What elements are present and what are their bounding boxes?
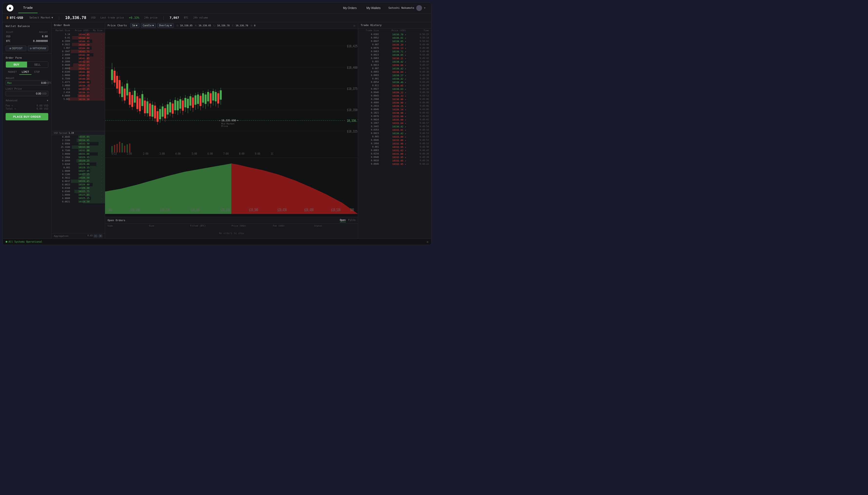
- settings-gear-icon[interactable]: ⚙: [427, 240, 428, 244]
- buy-tab[interactable]: BUY: [6, 62, 27, 67]
- advanced-toggle[interactable]: Advanced ▼: [5, 98, 48, 103]
- trade-size: 0.005: [361, 135, 379, 138]
- trade-time: 9:49:20: [406, 81, 429, 83]
- trade-time: 9:48:24: [406, 159, 429, 162]
- nav-tab-trade[interactable]: Trade: [18, 3, 37, 13]
- status-bar: All Systems Operational ⚙: [3, 238, 431, 245]
- sell-tab[interactable]: SELL: [27, 62, 48, 67]
- limit-tab[interactable]: LIMIT: [19, 70, 31, 75]
- bid-row[interactable]: 1.0000 10327.95 -: [51, 169, 105, 173]
- bid-row[interactable]: 0.4045 10335.05 -: [51, 135, 105, 139]
- ask-row[interactable]: 2.0000 10342.90 -: [51, 53, 105, 56]
- ask-row[interactable]: 2.0000 10341.95 -: [51, 67, 105, 70]
- trade-size: 0.0463: [361, 50, 379, 53]
- usd-amount: 0.00: [20, 34, 48, 38]
- withdraw-button[interactable]: ⊖ WITHDRAW: [28, 46, 49, 51]
- bid-row[interactable]: 0.0023 10326.40 -: [51, 183, 105, 186]
- svg-rect-84: [190, 96, 192, 105]
- ask-row[interactable]: 0.132 10337.35 -: [51, 87, 105, 91]
- chart-type-selector[interactable]: Candle ▼: [141, 23, 156, 28]
- bid-row[interactable]: 0.0021 10324.50 -: [51, 200, 105, 203]
- market-size-col: Market Size: [54, 29, 70, 32]
- ask-size: 1.007: [54, 47, 70, 49]
- ask-row[interactable]: 1.0000 10340.65 -: [51, 73, 105, 77]
- trade-row: 0.1667 10333.60 ↗ 9:48:57: [358, 121, 431, 125]
- svg-rect-58: [157, 111, 159, 122]
- bid-row[interactable]: 0.0500 10325.75 -: [51, 190, 105, 193]
- bid-row[interactable]: 0.0999 10329.25 -: [51, 159, 105, 163]
- bid-row[interactable]: 25.3100 10333.00 -: [51, 146, 105, 149]
- bid-row[interactable]: 0.0984 10333.50 -: [51, 142, 105, 146]
- trade-row: 0.0463 10336.21 ↗ 9:49:42: [358, 56, 431, 60]
- market-tab[interactable]: MARKET: [5, 70, 19, 75]
- bid-row[interactable]: 1.0000 10325.45 -: [51, 193, 105, 197]
- trade-price: 10336.66 ↗: [379, 64, 406, 67]
- trade-price: 10333.00 ↗: [379, 139, 406, 141]
- bid-row[interactable]: 0.1100 10327.25 -: [51, 173, 105, 176]
- amount-input[interactable]: [13, 81, 46, 84]
- bid-row[interactable]: 3.0000 10331.00 -: [51, 152, 105, 156]
- ask-row[interactable]: 0.1100 10342.85 -: [51, 56, 105, 60]
- bid-row[interactable]: 6.0000 10325.25 -: [51, 197, 105, 200]
- svg-rect-66: [167, 104, 169, 115]
- bid-row[interactable]: 0.001 10328.15 -: [51, 166, 105, 169]
- my-size-col: My Size: [89, 29, 102, 32]
- select-market-btn[interactable]: Select Market ▼: [30, 16, 53, 19]
- ask-row[interactable]: 0.2000 10342.65 -: [51, 60, 105, 63]
- left-panel: Wallet Balance Asset Amount USD 0.00: [3, 22, 51, 238]
- ask-row[interactable]: 0.6100 10341.80 -: [51, 70, 105, 73]
- bid-row[interactable]: 1.2904 10329.35 -: [51, 156, 105, 159]
- ask-row[interactable]: 0.2999 10344.35 -: [51, 39, 105, 43]
- bid-row[interactable]: 2.5100 10334.95 -: [51, 139, 105, 142]
- timeframe-selector[interactable]: 5m ▼: [130, 23, 139, 28]
- ask-row[interactable]: 0.0688 10342.15 -: [51, 63, 105, 67]
- ask-row[interactable]: 1.4371 10340.00 -: [51, 80, 105, 84]
- overlay-selector[interactable]: Overlay ▼: [157, 23, 174, 28]
- bid-row[interactable]: 0.3022 10326.50 -: [51, 176, 105, 180]
- svg-rect-22: [111, 69, 113, 80]
- trade-history-header: Trade History: [358, 22, 431, 29]
- chart-expand-icon[interactable]: ▷: [354, 24, 356, 27]
- agg-plus-button[interactable]: +: [98, 234, 102, 238]
- ask-row[interactable]: 0.7599 10340.35 -: [51, 77, 105, 80]
- ask-row[interactable]: 3.14 10344.45 -: [51, 33, 105, 36]
- deposit-button[interactable]: ⊕ DEPOSIT: [5, 46, 26, 51]
- trade-size: 0.0027: [361, 88, 379, 90]
- fills-tab[interactable]: Fills: [348, 218, 356, 222]
- place-order-button[interactable]: PLACE BUY ORDER: [5, 113, 48, 120]
- ask-size: 0.01: [54, 36, 70, 39]
- bid-row[interactable]: 0.0037 10326.45 -: [51, 180, 105, 183]
- agg-minus-button[interactable]: −: [94, 234, 98, 238]
- open-tab[interactable]: Open: [340, 218, 346, 222]
- ask-row[interactable]: 0.01 10344.40 -: [51, 36, 105, 39]
- user-area[interactable]: Satoshi Nakamoto ▼: [387, 4, 427, 12]
- trade-time: 9:49:35: [406, 67, 429, 70]
- trade-row: 0.0093 10336.69 ↗ 9:49:30: [358, 70, 431, 73]
- stop-tab[interactable]: STOP: [31, 70, 42, 75]
- ask-row[interactable]: 2.414 10336.55 -: [51, 91, 105, 94]
- chart-area[interactable]: $10,425 $10,400 $10,375 $10,350 10,336.7…: [105, 29, 358, 217]
- bid-size: 0.6168: [54, 187, 70, 189]
- bid-row[interactable]: 0.6168 10326.30 -: [51, 186, 105, 190]
- limit-price-input[interactable]: [7, 92, 41, 95]
- ask-price: 10340.00: [70, 81, 89, 84]
- ask-row[interactable]: 5.601 10336.30 -: [51, 98, 105, 101]
- trade-size: 0.0024: [361, 118, 379, 121]
- trade-row: 0.0023 10336.42 ↗ 9:48:53: [358, 132, 431, 135]
- app-logo[interactable]: ●: [6, 5, 13, 12]
- ask-row[interactable]: 0.0000 10336.45 -: [51, 94, 105, 98]
- order-form-section: Order Form BUY SELL MARKET LIMIT STOP Am…: [3, 54, 51, 123]
- ask-row[interactable]: 1.007 10344.00 -: [51, 46, 105, 50]
- svg-text:10,336.78: 10,336.78: [347, 119, 358, 122]
- trade-row: 0.0047 10338.05 ↗ 9:50:02: [358, 39, 431, 43]
- ask-row[interactable]: 0.1047 10343.75 -: [51, 50, 105, 53]
- max-link[interactable]: Max: [7, 82, 12, 84]
- bid-price: 10331.00: [70, 153, 89, 155]
- bid-row[interactable]: 3.0268 10329.00 -: [51, 163, 105, 166]
- bid-row[interactable]: 0.7599 10332.90 -: [51, 149, 105, 152]
- my-wallets-button[interactable]: My Wallets: [363, 5, 384, 11]
- my-orders-button[interactable]: My Orders: [339, 5, 361, 11]
- trade-price: 10332.95 ↗: [379, 146, 406, 148]
- ask-row[interactable]: 0.5922 10344.30 -: [51, 43, 105, 46]
- ask-row[interactable]: 3.0000 10339.25 -: [51, 84, 105, 87]
